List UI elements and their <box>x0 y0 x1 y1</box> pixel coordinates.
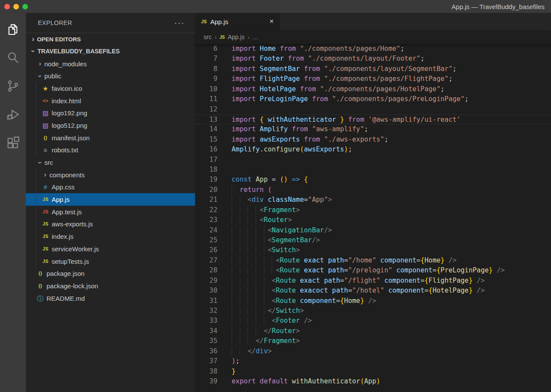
code-line-7[interactable]: 7import Footer from "./components/layout… <box>195 54 551 64</box>
code-line-19[interactable]: 19const App = () => { <box>195 175 551 185</box>
chevron-right-icon: › <box>36 60 44 67</box>
line-number: 38 <box>195 367 217 377</box>
line-number: 36 <box>195 346 217 356</box>
code-line-16[interactable]: 16Amplify.configure(awsExports); <box>195 145 551 154</box>
tab-appjs[interactable]: JS App.js × <box>195 13 280 30</box>
code-line-27[interactable]: 27 <Route exact path="/home" component={… <box>195 256 551 265</box>
code-line-26[interactable]: 26 <Switch> <box>195 245 551 255</box>
code-line-25[interactable]: 25 <SegmentBar/> <box>195 235 551 245</box>
code-line-29[interactable]: 29 <Route exact path="/flight" component… <box>195 276 551 286</box>
sidebar-more-actions-icon[interactable]: ··· <box>174 19 185 28</box>
code-line-34[interactable]: 34 </Router> <box>195 326 551 336</box>
code-line-content: import Home from "./components/pages/Hom… <box>217 44 404 54</box>
line-number: 7 <box>195 54 217 64</box>
breadcrumb-src[interactable]: src <box>204 34 212 40</box>
code-line-content: </Router> <box>217 326 300 336</box>
code-line-36[interactable]: 36 </div> <box>195 346 551 356</box>
zoom-window-button[interactable] <box>22 4 28 9</box>
close-window-button[interactable] <box>4 4 10 9</box>
code-line-content: <Route exact path="/flight" component={F… <box>217 276 485 286</box>
tree-item-readme.md[interactable]: ⓘREADME.md <box>26 292 195 305</box>
minimize-window-button[interactable] <box>13 4 19 9</box>
image-icon: ▨ <box>41 122 50 129</box>
tree-item-setuptests.js[interactable]: JSsetupTests.js <box>26 255 195 268</box>
tree-item-aws-exports.js[interactable]: JSaws-exports.js <box>26 218 195 231</box>
tree-item-logo512.png[interactable]: ▨logo512.png <box>26 119 195 132</box>
line-number: 26 <box>195 245 217 255</box>
code-line-12[interactable]: 12 <box>195 105 551 114</box>
tree-item-travelbuddy_basefiles[interactable]: ›TRAVELBUDDY_BASEFILES <box>26 45 195 58</box>
tree-item-manifest.json[interactable]: {}manifest.json <box>26 132 195 144</box>
line-number: 10 <box>195 84 217 94</box>
tree-item-label: index.js <box>51 233 74 240</box>
tree-item-app.css[interactable]: #App.css <box>26 181 195 194</box>
code-line-32[interactable]: 32 </Switch> <box>195 306 551 316</box>
code-line-content: </Switch> <box>217 306 304 316</box>
code-line-content: </div> <box>217 346 272 356</box>
code-line-18[interactable]: 18 <box>195 165 551 175</box>
line-number: 30 <box>195 286 217 296</box>
search-icon[interactable] <box>4 49 22 66</box>
code-line-14[interactable]: 14import Amplify from "aws-amplify"; <box>195 124 551 134</box>
code-line-33[interactable]: 33 <Footer /> <box>195 316 551 326</box>
code-line-22[interactable]: 22 <Fragment> <box>195 205 551 215</box>
code-line-38[interactable]: 38} <box>195 367 551 377</box>
code-line-17[interactable]: 17 <box>195 155 551 165</box>
tree-item-label: src <box>44 159 53 166</box>
tree-item-label: package-lock.json <box>46 282 98 290</box>
files-icon[interactable] <box>4 21 22 38</box>
code-line-9[interactable]: 9import FlightPage from "./components/pa… <box>195 74 551 84</box>
open-editors-section[interactable]: › OPEN EDITORS <box>26 33 195 45</box>
extensions-icon[interactable] <box>4 134 22 151</box>
code-line-content: <Router> <box>217 215 292 225</box>
code-line-content: import { withAuthenticator } from '@aws-… <box>217 115 461 124</box>
breadcrumb-file[interactable]: App.js <box>228 34 245 40</box>
code-line-content: import Amplify from "aws-amplify"; <box>217 124 368 134</box>
tree-item-src[interactable]: ›src <box>26 156 195 169</box>
code-editor[interactable]: 6import Home from "./components/pages/Ho… <box>195 44 551 392</box>
tree-item-components[interactable]: ›components <box>26 169 195 181</box>
line-number: 15 <box>195 135 217 145</box>
tree-item-package.json[interactable]: {}package.json <box>26 267 195 280</box>
line-number: 23 <box>195 215 217 225</box>
tree-item-node_modules[interactable]: ›node_modules <box>26 58 195 70</box>
tree-item-public[interactable]: ›public <box>26 70 195 82</box>
code-line-content: import PreLoginPage from "./components/p… <box>217 94 469 104</box>
tree-item-package-lock.json[interactable]: {}package-lock.json <box>26 280 195 292</box>
code-line-23[interactable]: 23 <Router> <box>195 215 551 225</box>
code-line-content: <NavigationBar/> <box>217 225 332 235</box>
code-line-8[interactable]: 8import SegmentBar from "./components/la… <box>195 64 551 74</box>
traffic-lights <box>0 4 28 9</box>
code-line-11[interactable]: 11import PreLoginPage from "./components… <box>195 94 551 104</box>
code-line-39[interactable]: 39export default withAuthenticator(App) <box>195 377 551 386</box>
line-number: 18 <box>195 165 217 175</box>
source-control-icon[interactable] <box>4 77 22 95</box>
code-line-24[interactable]: 24 <NavigationBar/> <box>195 225 551 235</box>
code-line-35[interactable]: 35 </Fragment> <box>195 336 551 346</box>
code-line-10[interactable]: 10import HotelPage from "./components/pa… <box>195 84 551 94</box>
code-line-20[interactable]: 20 return ( <box>195 185 551 195</box>
close-icon[interactable]: × <box>268 17 276 26</box>
tree-item-index.html[interactable]: <>index.html <box>26 95 195 107</box>
run-debug-icon[interactable] <box>4 106 22 123</box>
code-line-21[interactable]: 21 <div className="App"> <box>195 195 551 205</box>
code-line-13[interactable]: 13import { withAuthenticator } from '@aw… <box>195 114 551 124</box>
code-line-15[interactable]: 15import awsExports from "./aws-exports"… <box>195 135 551 145</box>
code-line-28[interactable]: 28 <Route exact path="/prelogin" compone… <box>195 265 551 275</box>
explorer-sidebar: EXPLORER ··· › OPEN EDITORS ›TRAVELBUDDY… <box>26 13 195 392</box>
code-line-37[interactable]: 37); <box>195 356 551 366</box>
tree-item-robots.txt[interactable]: ≡robots.txt <box>26 144 195 157</box>
code-line-content <box>217 165 232 175</box>
tree-item-favicon.ico[interactable]: ★favicon.ico <box>26 82 195 95</box>
tree-item-index.js[interactable]: JSindex.js <box>26 230 195 243</box>
breadcrumb-symbol[interactable]: … <box>253 34 259 40</box>
tree-item-app.js[interactable]: JSApp.js <box>26 193 195 206</box>
code-line-30[interactable]: 30 <Route exacoct path="/hotel" componen… <box>195 286 551 296</box>
js-file-icon: JS <box>220 35 225 40</box>
code-line-31[interactable]: 31 <Route component={Home} /> <box>195 296 551 306</box>
tree-item-serviceworker.js[interactable]: JSserviceWorker.js <box>26 243 195 255</box>
tree-item-logo192.png[interactable]: ▨logo192.png <box>26 107 195 119</box>
tree-item-app.test.js[interactable]: JSApp.test.js <box>26 206 195 218</box>
tree-item-label: components <box>49 171 85 179</box>
code-line-6[interactable]: 6import Home from "./components/pages/Ho… <box>195 44 551 54</box>
